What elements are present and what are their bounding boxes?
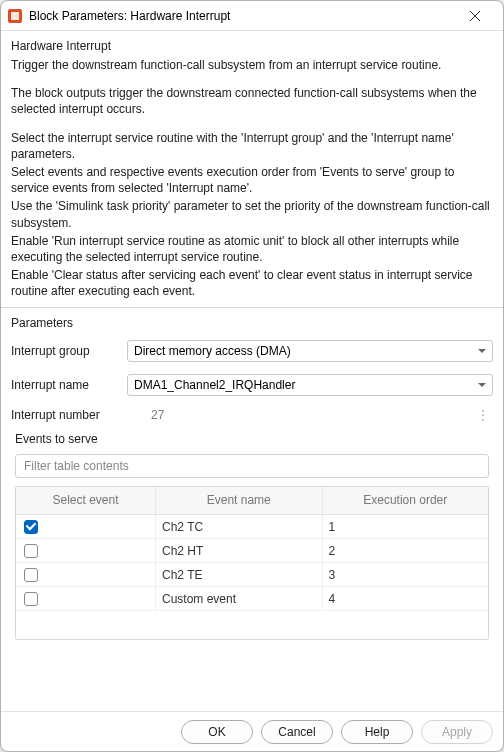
col-event-name: Event name [156, 487, 323, 514]
desc-line: Use the 'Simulink task priority' paramet… [11, 198, 493, 230]
interrupt-name-select[interactable]: DMA1_Channel2_IRQHandler [127, 374, 493, 396]
cell-select [16, 587, 156, 610]
help-button[interactable]: Help [341, 720, 413, 744]
cell-select [16, 563, 156, 586]
ok-button[interactable]: OK [181, 720, 253, 744]
cell-event-name[interactable]: Ch2 TE [156, 563, 323, 586]
event-checkbox[interactable] [24, 592, 38, 606]
desc-line: The block outputs trigger the downstream… [11, 85, 493, 117]
dialog-window: Block Parameters: Hardware Interrupt Har… [0, 0, 504, 752]
dialog-footer: OK Cancel Help Apply [1, 711, 503, 751]
cell-event-name[interactable]: Custom event [156, 587, 323, 610]
close-button[interactable] [455, 2, 495, 30]
event-checkbox[interactable] [24, 568, 38, 582]
apply-button: Apply [421, 720, 493, 744]
table-row: Custom event 4 [16, 587, 488, 611]
cell-execution-order[interactable]: 1 [323, 515, 489, 538]
col-execution-order: Execution order [323, 487, 489, 514]
event-checkbox[interactable] [24, 544, 38, 558]
table-row: Ch2 HT 2 [16, 539, 488, 563]
events-group-label: Events to serve [11, 432, 493, 446]
interrupt-group-label: Interrupt group [11, 344, 119, 358]
desc-line: Select events and respective events exec… [11, 164, 493, 196]
parameters-label: Parameters [11, 316, 493, 330]
divider [1, 307, 503, 308]
spacer [11, 640, 493, 707]
close-icon [470, 11, 480, 21]
titlebar: Block Parameters: Hardware Interrupt [1, 1, 503, 31]
param-row-interrupt-group: Interrupt group Direct memory access (DM… [11, 340, 493, 362]
events-group: Events to serve Select event Event name … [11, 432, 493, 707]
cell-execution-order[interactable]: 4 [323, 587, 489, 610]
more-icon[interactable]: ⋮ [477, 408, 493, 422]
block-title: Hardware Interrupt [11, 39, 493, 53]
desc-line: Select the interrupt service routine wit… [11, 130, 493, 162]
events-table: Select event Event name Execution order … [15, 486, 489, 640]
col-select: Select event [16, 487, 156, 514]
param-row-interrupt-number: Interrupt number 27 ⋮ [11, 408, 493, 422]
interrupt-group-select[interactable]: Direct memory access (DMA) [127, 340, 493, 362]
interrupt-name-label: Interrupt name [11, 378, 119, 392]
cell-select [16, 539, 156, 562]
cell-select [16, 515, 156, 538]
description-block: The block outputs trigger the downstream… [11, 85, 493, 119]
event-checkbox[interactable] [24, 520, 38, 534]
interrupt-group-value: Direct memory access (DMA) [134, 344, 291, 358]
content-area: Hardware Interrupt Trigger the downstrea… [1, 31, 503, 711]
description-block: Trigger the downstream function-call sub… [11, 57, 493, 75]
desc-line: Trigger the downstream function-call sub… [11, 57, 493, 73]
table-row: Ch2 TE 3 [16, 563, 488, 587]
events-filter-input[interactable] [15, 454, 489, 478]
param-row-interrupt-name: Interrupt name DMA1_Channel2_IRQHandler [11, 374, 493, 396]
window-title: Block Parameters: Hardware Interrupt [29, 9, 455, 23]
events-table-header: Select event Event name Execution order [16, 487, 488, 515]
cell-event-name[interactable]: Ch2 TC [156, 515, 323, 538]
app-icon [7, 8, 23, 24]
cell-execution-order[interactable]: 3 [323, 563, 489, 586]
interrupt-name-value: DMA1_Channel2_IRQHandler [134, 378, 295, 392]
interrupt-number-value: 27 [147, 408, 469, 422]
svg-rect-1 [11, 12, 19, 20]
description-block: Select the interrupt service routine wit… [11, 130, 493, 302]
cell-execution-order[interactable]: 2 [323, 539, 489, 562]
cancel-button[interactable]: Cancel [261, 720, 333, 744]
table-row: Ch2 TC 1 [16, 515, 488, 539]
cell-event-name[interactable]: Ch2 HT [156, 539, 323, 562]
desc-line: Enable 'Clear status after servicing eac… [11, 267, 493, 299]
interrupt-number-label: Interrupt number [11, 408, 139, 422]
desc-line: Enable 'Run interrupt service routine as… [11, 233, 493, 265]
